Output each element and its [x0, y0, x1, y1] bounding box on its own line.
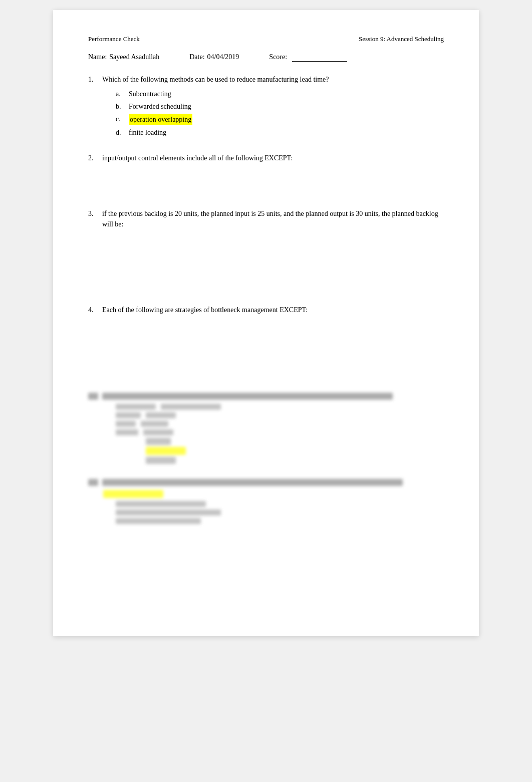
- page: Performance Check Session 9: Advanced Sc…: [53, 10, 479, 636]
- blurred-table-row-2: [116, 421, 444, 427]
- question-3-num: 3.: [88, 208, 98, 229]
- date-label: Date:: [189, 53, 204, 62]
- spacer-2: [88, 244, 444, 275]
- header-right: Session 9: Advanced Scheduling: [359, 35, 444, 43]
- questions-section: 1. Which of the following methods can be…: [88, 74, 444, 524]
- blurred-question-5: [88, 393, 444, 464]
- option-1d-letter: d.: [116, 127, 125, 138]
- date-value: 04/04/2019: [207, 53, 239, 62]
- name-field: Name: Sayeed Asadullah: [88, 53, 159, 62]
- blurred-table: [116, 404, 444, 464]
- spacer-3: [88, 275, 444, 305]
- question-3-body: if the previous backlog is 20 units, the…: [102, 208, 444, 229]
- option-1a-text: Subcontracting: [129, 89, 171, 99]
- date-field: Date: 04/04/2019: [189, 53, 239, 62]
- question-1: 1. Which of the following methods can be…: [88, 74, 444, 138]
- option-1d-text: finite loading: [129, 127, 166, 138]
- option-1b-letter: b.: [116, 101, 125, 112]
- spacer-1: [88, 178, 444, 208]
- option-1d: d. finite loading: [116, 127, 444, 138]
- option-1a-letter: a.: [116, 89, 125, 99]
- blurred-table-row-1: [116, 412, 444, 418]
- question-2-body: input/output control elements include al…: [102, 153, 293, 163]
- info-row: Name: Sayeed Asadullah Date: 04/04/2019 …: [88, 53, 444, 62]
- question-2-num: 2.: [88, 153, 98, 163]
- score-line: [292, 53, 347, 62]
- blurred-section: [88, 393, 444, 524]
- blurred-options-6: [116, 501, 444, 524]
- spacer-5: [88, 360, 444, 390]
- option-1c: c. operation overlapping: [116, 114, 444, 125]
- spacer-4: [88, 330, 444, 360]
- header: Performance Check Session 9: Advanced Sc…: [88, 35, 444, 43]
- blurred-question-6: [88, 479, 444, 524]
- header-left: Performance Check: [88, 35, 140, 43]
- option-1c-letter: c.: [116, 114, 125, 125]
- name-label: Name:: [88, 53, 107, 62]
- blurred-table-row-3: [116, 429, 444, 435]
- name-value: Sayeed Asadullah: [109, 53, 159, 62]
- question-3: 3. if the previous backlog is 20 units, …: [88, 208, 444, 229]
- blurred-table-header: [116, 404, 444, 410]
- option-1a: a. Subcontracting: [116, 89, 444, 99]
- performance-check-label: Performance Check: [88, 35, 140, 43]
- score-label: Score:: [269, 53, 287, 62]
- question-4-body: Each of the following are strategies of …: [102, 305, 308, 315]
- question-4-text: 4. Each of the following are strategies …: [88, 305, 444, 315]
- option-1b: b. Forwarded scheduling: [116, 101, 444, 112]
- question-2-text: 2. input/output control elements include…: [88, 153, 444, 163]
- score-field: Score:: [269, 53, 347, 62]
- question-4-num: 4.: [88, 305, 98, 315]
- question-1-body: Which of the following methods can be us…: [102, 74, 329, 85]
- question-3-text: 3. if the previous backlog is 20 units, …: [88, 208, 444, 229]
- session-label: Session 9: Advanced Scheduling: [359, 35, 444, 43]
- option-1c-text: operation overlapping: [129, 114, 192, 125]
- option-1b-text: Forwarded scheduling: [129, 101, 191, 112]
- question-1-options: a. Subcontracting b. Forwarded schedulin…: [116, 89, 444, 138]
- question-1-text: 1. Which of the following methods can be…: [88, 74, 444, 85]
- question-1-num: 1.: [88, 74, 98, 85]
- question-2: 2. input/output control elements include…: [88, 153, 444, 163]
- question-4: 4. Each of the following are strategies …: [88, 305, 444, 315]
